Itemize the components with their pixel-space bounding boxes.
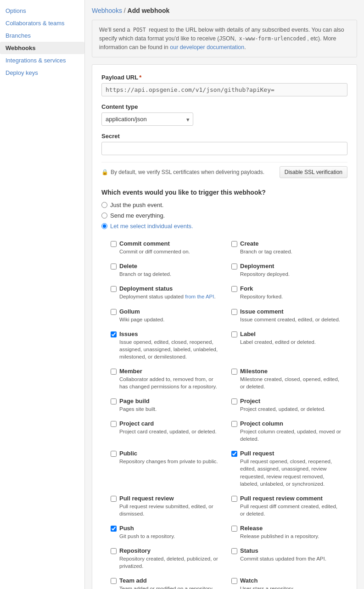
event-desc: Issue opened, edited, closed, reopened, … bbox=[119, 338, 222, 360]
event-checkbox-project-card[interactable] bbox=[111, 421, 117, 427]
event-item: ProjectProject created, updated, or dele… bbox=[227, 394, 347, 416]
form-urlencoded-code: x-www-form-urlencoded bbox=[238, 35, 307, 42]
sidebar-item-deploy-keys[interactable]: Deploy keys bbox=[0, 67, 84, 79]
radio-push-group[interactable]: Just the push event. bbox=[101, 202, 347, 208]
event-name: Issues bbox=[119, 331, 222, 337]
payload-url-input[interactable] bbox=[101, 83, 347, 96]
event-desc: Wiki page updated. bbox=[119, 316, 222, 323]
event-checkbox-public[interactable] bbox=[111, 451, 117, 457]
form-section: Payload URL* Content type application/js… bbox=[92, 64, 357, 589]
radio-push[interactable] bbox=[101, 202, 107, 208]
breadcrumb-current: Add webhook bbox=[128, 7, 170, 14]
secret-input[interactable] bbox=[101, 142, 347, 155]
event-name: Project card bbox=[119, 420, 222, 427]
disable-ssl-button[interactable]: Disable SSL verification bbox=[280, 166, 347, 178]
lock-icon: 🔒 bbox=[101, 169, 108, 175]
event-desc-link[interactable]: from the API bbox=[185, 294, 214, 299]
event-checkbox-create[interactable] bbox=[231, 241, 237, 247]
payload-url-label: Payload URL* bbox=[101, 74, 347, 81]
radio-select-label: Let me select individual events. bbox=[110, 223, 193, 230]
event-item: Issue commentIssue comment created, edit… bbox=[227, 304, 347, 327]
event-desc: Project created, updated, or deleted. bbox=[240, 405, 343, 413]
event-item: PublicRepository changes from private to… bbox=[106, 446, 227, 491]
events-title: Which events would you like to trigger t… bbox=[101, 189, 347, 196]
event-name: Gollum bbox=[119, 308, 222, 315]
event-checkbox-watch[interactable] bbox=[231, 578, 237, 584]
sidebar-item-webhooks[interactable]: Webhooks bbox=[0, 42, 84, 54]
secret-label: Secret bbox=[101, 133, 347, 140]
event-checkbox-pull-request[interactable] bbox=[231, 451, 237, 457]
event-checkbox-release[interactable] bbox=[231, 526, 237, 532]
event-name: Pull request review bbox=[119, 495, 222, 502]
event-checkbox-issue-comment[interactable] bbox=[231, 309, 237, 315]
event-name: Project column bbox=[240, 420, 343, 427]
event-checkbox-page-build[interactable] bbox=[111, 398, 117, 404]
sidebar-item-integrations[interactable]: Integrations & services bbox=[0, 54, 84, 67]
event-checkbox-deployment-status[interactable] bbox=[111, 286, 117, 292]
event-desc: User stars a repository. bbox=[240, 585, 343, 589]
event-checkbox-status[interactable] bbox=[231, 548, 237, 554]
event-checkbox-milestone[interactable] bbox=[231, 369, 237, 375]
content-type-wrapper: application/json application/x-www-form-… bbox=[101, 112, 193, 126]
event-checkbox-deployment[interactable] bbox=[231, 264, 237, 269]
event-item: ForkRepository forked. bbox=[227, 281, 347, 304]
event-name: Milestone bbox=[240, 368, 343, 375]
event-desc: Repository created, deleted, publicized,… bbox=[119, 555, 222, 570]
breadcrumb-parent[interactable]: Webhooks bbox=[92, 7, 122, 14]
event-desc: Label created, edited or deleted. bbox=[240, 338, 343, 346]
content-type-select[interactable]: application/json application/x-www-form-… bbox=[101, 112, 193, 126]
event-checkbox-pull-request-review[interactable] bbox=[111, 496, 117, 502]
event-name: Page build bbox=[119, 398, 222, 404]
radio-all-label: Send me everything. bbox=[110, 212, 165, 219]
event-item: DeleteBranch or tag deleted. bbox=[106, 259, 227, 281]
event-item: PushGit push to a repository. bbox=[106, 521, 227, 544]
event-checkbox-repository[interactable] bbox=[111, 548, 117, 554]
event-item: DeploymentRepository deployed. bbox=[227, 259, 347, 281]
required-marker: * bbox=[139, 74, 141, 81]
info-box: We'll send a POST request to the URL bel… bbox=[92, 20, 357, 57]
event-item: GollumWiki page updated. bbox=[106, 304, 227, 327]
event-name: Status bbox=[240, 547, 343, 554]
radio-all[interactable] bbox=[101, 213, 107, 219]
event-checkbox-project-column[interactable] bbox=[231, 421, 237, 427]
event-checkbox-team-add[interactable] bbox=[111, 578, 117, 584]
event-desc: Deployment status updated from the API. bbox=[119, 293, 222, 300]
event-name: Label bbox=[240, 331, 343, 337]
event-desc: Commit status updated from the API. bbox=[240, 555, 343, 562]
event-desc: Project column created, updated, moved o… bbox=[240, 428, 343, 443]
event-checkbox-fork[interactable] bbox=[231, 286, 237, 292]
event-desc: Repository deployed. bbox=[240, 270, 343, 278]
event-checkbox-label[interactable] bbox=[231, 331, 237, 337]
event-checkbox-commit-comment[interactable] bbox=[111, 241, 117, 247]
post-code: POST bbox=[132, 26, 147, 34]
event-desc: Milestone created, closed, opened, edite… bbox=[240, 376, 343, 390]
radio-select[interactable] bbox=[101, 223, 107, 229]
event-desc: Branch or tag deleted. bbox=[119, 270, 222, 278]
event-name: Repository bbox=[119, 547, 222, 554]
event-checkbox-pull-request-review-comment[interactable] bbox=[231, 496, 237, 502]
event-checkbox-project[interactable] bbox=[231, 398, 237, 404]
event-name: Pull request review comment bbox=[240, 495, 343, 502]
event-item: CreateBranch or tag created. bbox=[227, 236, 347, 259]
developer-docs-link[interactable]: our developer documentation bbox=[170, 44, 244, 50]
event-name: Watch bbox=[240, 577, 343, 584]
content-type-group: Content type application/json applicatio… bbox=[101, 103, 347, 126]
event-name: Deployment bbox=[240, 263, 343, 269]
event-checkbox-issues[interactable] bbox=[111, 331, 117, 337]
event-checkbox-delete[interactable] bbox=[111, 264, 117, 269]
event-desc: Branch or tag created. bbox=[240, 248, 343, 255]
sidebar-item-options[interactable]: Options bbox=[0, 5, 84, 17]
sidebar-item-collaborators[interactable]: Collaborators & teams bbox=[0, 17, 84, 29]
event-desc: Issue comment created, edited, or delete… bbox=[240, 316, 343, 323]
event-checkbox-gollum[interactable] bbox=[111, 309, 117, 315]
event-checkbox-member[interactable] bbox=[111, 369, 117, 375]
radio-select-group[interactable]: Let me select individual events. bbox=[101, 223, 347, 230]
sidebar-item-branches[interactable]: Branches bbox=[0, 29, 84, 42]
payload-url-group: Payload URL* bbox=[101, 74, 347, 96]
event-checkbox-push[interactable] bbox=[111, 526, 117, 532]
content-type-label: Content type bbox=[101, 103, 347, 110]
main-content: Webhooks / Add webhook We'll send a POST… bbox=[85, 0, 364, 589]
event-item: ReleaseRelease published in a repository… bbox=[227, 521, 347, 544]
radio-all-group[interactable]: Send me everything. bbox=[101, 212, 347, 219]
event-item: IssuesIssue opened, edited, closed, reop… bbox=[106, 327, 227, 364]
